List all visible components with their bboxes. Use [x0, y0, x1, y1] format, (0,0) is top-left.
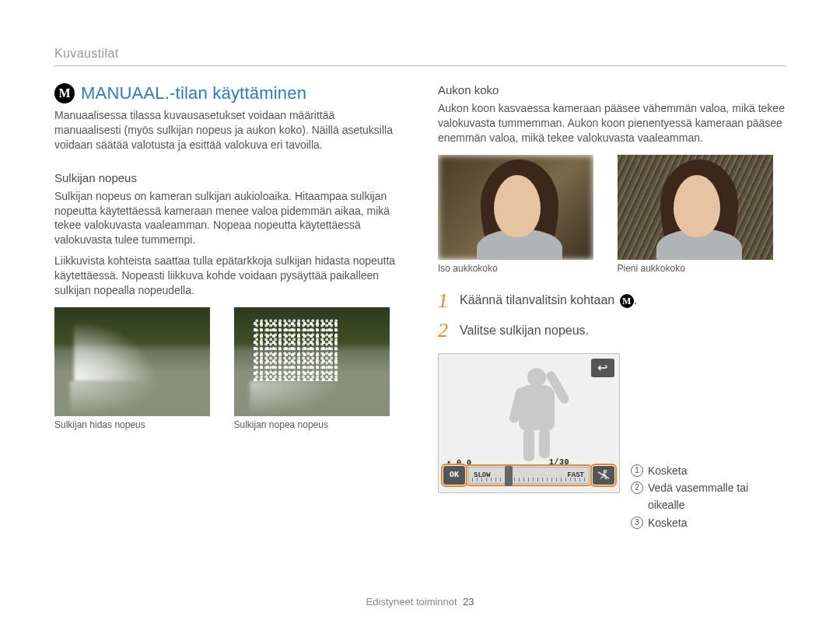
- step-list: 1 Käännä tilanvalitsin kohtaan M. 2 Vali…: [438, 289, 786, 342]
- m-mode-icon: M: [54, 83, 75, 103]
- svg-point-0: [604, 470, 606, 472]
- callout-legend: 1Kosketa 2Vedä vasemmalle tai oikealle 3…: [631, 353, 786, 532]
- mode-icon-button[interactable]: [593, 466, 614, 485]
- running-person-icon: [597, 469, 611, 482]
- ok-button[interactable]: OK: [443, 466, 465, 485]
- right-column: Aukon koko Aukon koon kasvaessa kameraan…: [438, 83, 786, 531]
- step-1-text: Käännä tilanvalitsin kohtaan M.: [460, 293, 637, 309]
- legend-1: 1Kosketa: [631, 462, 786, 479]
- slider-ticks: [472, 478, 586, 482]
- slider-row: OK SLOW FAST: [443, 464, 614, 486]
- shutter-fast-caption: Sulkijan nopea nopeus: [234, 419, 403, 430]
- step-1-number: 1: [438, 289, 452, 313]
- footer-page-number: 23: [463, 596, 474, 608]
- legend-3-text: Kosketa: [648, 514, 688, 531]
- two-columns: M MANUAAL.-tilan käyttäminen Manuaalises…: [54, 83, 786, 531]
- camera-screen: ↩ ☀ 0.0 1/30 OK SLOW: [438, 353, 620, 493]
- circled-3-icon: 3: [631, 517, 643, 529]
- page-title: MANUAAL.-tilan käyttäminen: [81, 83, 306, 103]
- legend-2: 2Vedä vasemmalle tai oikealle: [631, 479, 786, 514]
- back-button[interactable]: ↩: [591, 359, 614, 377]
- aperture-small-caption: Pieni aukkokoko: [618, 263, 786, 274]
- footer-section: Edistyneet toiminnot: [366, 596, 457, 608]
- step-1-end: .: [634, 293, 637, 306]
- aperture-large-imgbox: Iso aukkokoko: [438, 155, 607, 274]
- shutter-p1: Sulkijan nopeus on kameran sulkijan auki…: [54, 189, 402, 248]
- step-2-text: Valitse sulkijan nopeus.: [460, 324, 589, 338]
- fountain-slow-image: [54, 307, 210, 416]
- shutter-image-row: Sulkijan hidas nopeus Sulkijan nopea nop…: [54, 307, 402, 430]
- shutter-fast-imgbox: Sulkijan nopea nopeus: [234, 307, 403, 430]
- left-column: M MANUAAL.-tilan käyttäminen Manuaalises…: [54, 83, 402, 531]
- back-icon: ↩: [597, 360, 607, 375]
- header-divider: [54, 65, 786, 66]
- page-header: Kuvaustilat: [54, 47, 786, 61]
- page-footer: Edistyneet toiminnot 23: [0, 596, 840, 608]
- step-2-number: 2: [438, 319, 452, 342]
- shutter-speed-heading: Sulkijan nopeus: [54, 171, 402, 184]
- m-mode-inline-icon: M: [620, 294, 634, 308]
- screen-diagram: ↩ ☀ 0.0 1/30 OK SLOW: [438, 353, 786, 532]
- aperture-large-caption: Iso aukkokoko: [438, 263, 607, 274]
- circled-1-icon: 1: [631, 464, 643, 477]
- legend-3: 3Kosketa: [631, 514, 786, 531]
- step-1-label: Käännä tilanvalitsin kohtaan: [460, 293, 614, 306]
- intro-paragraph: Manuaalisessa tilassa kuvausasetukset vo…: [54, 108, 402, 152]
- aperture-p1: Aukon koon kasvaessa kameraan pääsee väh…: [438, 101, 786, 145]
- person-silhouette: [509, 368, 565, 460]
- speed-slider[interactable]: SLOW FAST: [468, 467, 590, 484]
- aperture-heading: Aukon koko: [438, 83, 786, 96]
- aperture-image-row: Iso aukkokoko Pieni aukkokoko: [438, 155, 786, 274]
- manual-page: Kuvaustilat M MANUAAL.-tilan käyttäminen…: [0, 0, 840, 634]
- circled-2-icon: 2: [631, 482, 643, 494]
- shutter-slow-imgbox: Sulkijan hidas nopeus: [54, 307, 223, 430]
- aperture-small-imgbox: Pieni aukkokoko: [618, 155, 786, 274]
- portrait-large-aperture: [438, 155, 593, 260]
- shutter-p2: Liikkuvista kohteista saattaa tulla epät…: [54, 254, 402, 298]
- step-1: 1 Käännä tilanvalitsin kohtaan M.: [438, 289, 786, 313]
- legend-2-text: Vedä vasemmalle tai oikealle: [648, 479, 786, 514]
- legend-1-text: Kosketa: [648, 462, 688, 479]
- step-2: 2 Valitse sulkijan nopeus.: [438, 319, 786, 342]
- title-row: M MANUAAL.-tilan käyttäminen: [54, 83, 402, 103]
- fountain-fast-image: [234, 307, 390, 416]
- portrait-small-aperture: [618, 155, 773, 260]
- slider-handle[interactable]: [505, 466, 513, 486]
- shutter-slow-caption: Sulkijan hidas nopeus: [54, 419, 223, 430]
- svg-line-1: [598, 472, 609, 478]
